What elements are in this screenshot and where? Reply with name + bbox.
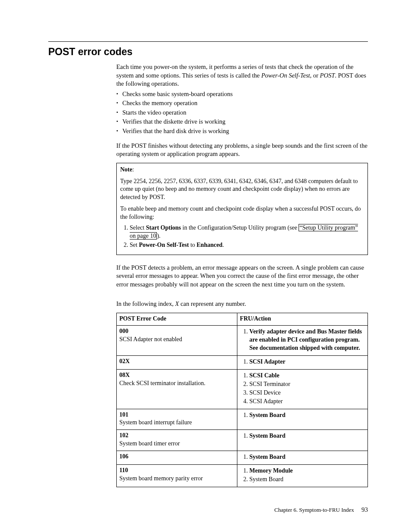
- intro-bullet-list: Checks some basic system-board operation…: [116, 90, 368, 136]
- note-step1-bold: Start Options: [146, 224, 181, 231]
- after-note-p1: If the POST detects a problem, an error …: [116, 264, 368, 289]
- action-item: SCSI Adapter: [249, 358, 365, 366]
- code-cell: 02X: [117, 356, 237, 370]
- action-list: SCSI CableSCSI TerminatorSCSI DeviceSCSI…: [240, 372, 365, 406]
- action-cell: System Board: [237, 430, 367, 451]
- post-error-table: POST Error Code FRU/Action 000SCSI Adapt…: [116, 313, 368, 487]
- intro-paragraph-1: Each time you power-on the system, it pe…: [116, 63, 368, 88]
- note-step1-d: ).: [157, 233, 160, 239]
- action-item: SCSI Adapter: [249, 398, 365, 406]
- action-list: System Board: [240, 411, 365, 420]
- error-code: 102: [119, 432, 128, 439]
- action-item: System Board: [249, 432, 365, 440]
- action-cell: System Board: [237, 451, 367, 465]
- table-row: 000SCSI Adapter not enabledVerify adapte…: [117, 326, 368, 356]
- table-header-row: POST Error Code FRU/Action: [117, 313, 368, 326]
- code-cell: 106: [117, 451, 237, 465]
- error-description: System board interrupt failure: [119, 419, 192, 426]
- rule-top: [48, 41, 368, 42]
- after-note-p2-b: can represent any number.: [179, 300, 246, 307]
- action-item: SCSI Device: [249, 389, 365, 397]
- action-cell: Verify adapter device and Bus Master fie…: [237, 326, 367, 356]
- code-cell: 101System board interrupt failure: [117, 409, 237, 430]
- section-heading: POST error codes: [48, 45, 368, 59]
- page-footer: Chapter 6. Symptom-to-FRU Index 93: [274, 505, 368, 514]
- intro-p1-italic2: POST: [320, 72, 335, 79]
- intro-bullet: Checks some basic system-board operation…: [116, 90, 368, 99]
- footer-chapter: Chapter 6. Symptom-to-FRU Index: [274, 507, 354, 513]
- error-code: 08X: [119, 372, 130, 378]
- code-cell: 000SCSI Adapter not enabled: [117, 326, 237, 356]
- error-description: System board timer error: [119, 440, 180, 447]
- intro-paragraph-2: If the POST finishes without detecting a…: [116, 142, 368, 159]
- note-step2-b: Power-On Self-Test: [139, 242, 189, 248]
- action-cell: Memory ModuleSystem Board: [237, 464, 367, 487]
- note-p1: Type 2254, 2256, 2257, 6336, 6337, 6339,…: [120, 177, 364, 202]
- note-step2-e: .: [222, 242, 224, 248]
- code-cell: 102System board timer error: [117, 430, 237, 451]
- error-code: 101: [119, 411, 128, 418]
- table-row: 02XSCSI Adapter: [117, 356, 368, 370]
- action-list: Memory ModuleSystem Board: [240, 467, 365, 484]
- note-box: Note: Type 2254, 2256, 2257, 6336, 6337,…: [116, 163, 368, 255]
- error-code: 110: [119, 467, 128, 473]
- table-row: 101System board interrupt failureSystem …: [117, 409, 368, 430]
- note-step1-c: in the Configuration/Setup Utility progr…: [181, 224, 299, 231]
- body-column: Each time you power-on the system, it pe…: [116, 63, 368, 487]
- after-note-p2: In the following index, X can represent …: [116, 300, 368, 308]
- action-item: System Board: [249, 411, 365, 420]
- error-code: 000: [119, 328, 128, 334]
- action-item: SCSI Terminator: [249, 380, 365, 389]
- note-step-2: Set Power-On Self-Test to Enhanced.: [130, 241, 364, 249]
- note-step2-a: Set: [130, 242, 139, 248]
- error-description: Check SCSI terminator installation.: [119, 380, 206, 386]
- table-row: 106System Board: [117, 451, 368, 465]
- after-note-p2-a: In the following index,: [116, 300, 175, 307]
- footer-page-number: 93: [361, 506, 368, 513]
- error-description: System board memory parity error: [119, 475, 203, 482]
- col-header-action: FRU/Action: [237, 313, 367, 326]
- action-cell: SCSI CableSCSI TerminatorSCSI DeviceSCSI…: [237, 369, 367, 409]
- action-item: SCSI Cable: [249, 372, 365, 380]
- page: POST error codes Each time you power-on …: [0, 0, 411, 532]
- error-code: 02X: [119, 358, 130, 364]
- note-p2: To enable beep and memory count and chec…: [120, 205, 364, 221]
- col-header-code: POST Error Code: [117, 313, 237, 326]
- intro-p1-b: , or: [310, 72, 320, 79]
- action-item: Memory Module: [249, 467, 365, 475]
- intro-bullet: Starts the video operation: [116, 109, 368, 117]
- intro-bullet: Verifies that the hard disk drive is wor…: [116, 127, 368, 136]
- intro-bullet: Verifies that the diskette drive is work…: [116, 118, 368, 126]
- action-item: System Board: [249, 476, 365, 484]
- action-list: System Board: [240, 453, 365, 461]
- note-label: Note: [120, 166, 132, 173]
- intro-p1-italic1: Power-On Self-Test: [261, 72, 310, 79]
- code-cell: 08XCheck SCSI terminator installation.: [117, 369, 237, 409]
- error-description: SCSI Adapter not enabled: [119, 336, 182, 342]
- note-step2-d: Enhanced: [196, 242, 222, 248]
- action-list: SCSI Adapter: [240, 358, 365, 366]
- table-row: 110System board memory parity errorMemor…: [117, 464, 368, 487]
- action-item: System Board: [249, 453, 365, 461]
- table-row: 102System board timer errorSystem Board: [117, 430, 368, 451]
- intro-bullet: Checks the memory operation: [116, 99, 368, 108]
- action-item: Verify adapter device and Bus Master fie…: [249, 328, 365, 352]
- note-steps: Select Start Options in the Configuratio…: [120, 224, 364, 249]
- note-colon: :: [132, 166, 134, 173]
- error-code: 106: [119, 453, 128, 460]
- action-list: Verify adapter device and Bus Master fie…: [240, 328, 365, 352]
- action-cell: SCSI Adapter: [237, 356, 367, 370]
- action-cell: System Board: [237, 409, 367, 430]
- action-list: System Board: [240, 432, 365, 440]
- note-step-1: Select Start Options in the Configuratio…: [130, 224, 364, 240]
- note-step1-a: Select: [130, 224, 146, 231]
- note-step2-c: to: [189, 242, 196, 248]
- code-cell: 110System board memory parity error: [117, 464, 237, 487]
- table-row: 08XCheck SCSI terminator installation.SC…: [117, 369, 368, 409]
